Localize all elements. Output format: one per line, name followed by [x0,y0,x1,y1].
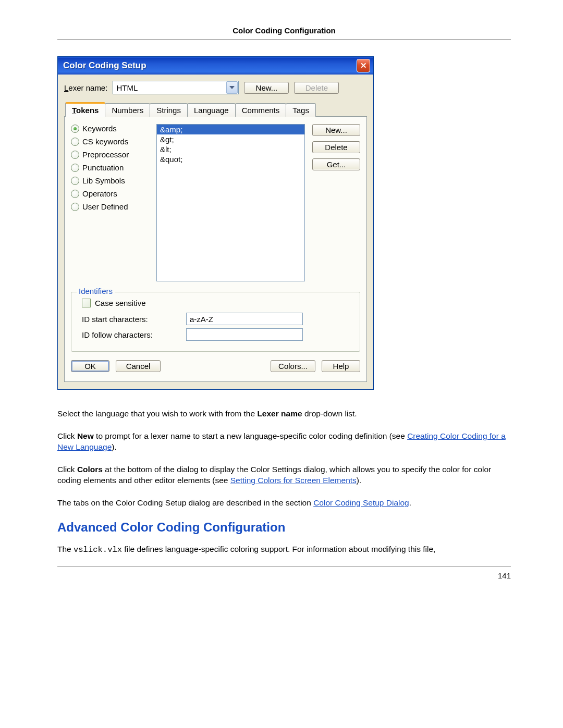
radio-punctuation[interactable]: Punctuation [71,163,149,172]
tokens-panel: Keywords CS keywords Preprocessor Punctu… [64,117,367,382]
link-setup-dialog[interactable]: Color Coding Setup Dialog [313,498,409,507]
dialog-title: Color Coding Setup [63,60,146,71]
chevron-down-icon[interactable] [226,81,238,94]
radio-operators[interactable]: Operators [71,189,149,198]
new-token-button[interactable]: New... [312,124,360,136]
page-header: Color Coding Configuration [57,26,511,40]
close-icon[interactable]: ✕ [357,59,370,72]
id-start-input[interactable] [186,313,303,325]
list-item[interactable]: &lt; [157,144,304,154]
tab-numbers[interactable]: Numbers [105,103,150,117]
cancel-button[interactable]: Cancel [116,360,161,372]
list-item[interactable]: &amp; [157,125,304,134]
paragraph: The tabs on the Color Coding Setup dialo… [57,498,511,509]
paragraph: Click New to prompt for a lexer name to … [57,431,511,453]
identifiers-legend: Identifiers [77,287,115,295]
get-token-button[interactable]: Get... [312,158,360,170]
paragraph: Click Colors at the bottom of the dialog… [57,464,511,486]
tab-tokens[interactable]: Tokens [65,102,105,117]
list-item[interactable]: &gt; [157,134,304,144]
radio-preprocessor[interactable]: Preprocessor [71,150,149,159]
tab-comments[interactable]: Comments [235,103,287,117]
delete-token-button[interactable]: Delete [312,141,360,153]
id-follow-input[interactable] [186,328,303,341]
case-sensitive-checkbox[interactable]: Case sensitive [82,299,352,307]
lexer-name-input[interactable] [113,83,226,92]
lexer-name-combo[interactable] [113,81,239,94]
radio-keywords[interactable]: Keywords [71,124,149,133]
page-footer: 141 [57,566,511,580]
token-list[interactable]: &amp; &gt; &lt; &quot; [156,124,305,281]
link-setting-colors[interactable]: Setting Colors for Screen Elements [230,476,357,485]
colors-button[interactable]: Colors... [271,360,315,372]
lexer-name-label: Lexer name: [64,83,107,92]
list-item[interactable]: &quot; [157,154,304,164]
id-follow-label: ID follow characters: [82,330,176,339]
delete-lexer-button: Delete [294,82,339,94]
paragraph: The vslick.vlx file defines language-spe… [57,544,511,556]
radio-user-defined[interactable]: User Defined [71,202,149,211]
radio-lib-symbols[interactable]: Lib Symbols [71,176,149,185]
section-heading: Advanced Color Coding Configuration [57,520,511,535]
ok-button[interactable]: OK [71,360,109,372]
tab-strings[interactable]: Strings [150,103,188,117]
new-lexer-button[interactable]: New... [244,82,289,94]
radio-cs-keywords[interactable]: CS keywords [71,137,149,146]
paragraph: Select the language that you wish to wor… [57,409,511,419]
help-button[interactable]: Help [322,360,360,372]
tab-strip: Tokens Numbers Strings Language Comments… [64,102,367,117]
body-text: Select the language that you wish to wor… [57,409,511,555]
tab-language[interactable]: Language [187,103,236,117]
titlebar: Color Coding Setup ✕ [58,57,373,75]
identifiers-group: Identifiers Case sensitive ID start char… [71,292,360,352]
token-type-radios: Keywords CS keywords Preprocessor Punctu… [71,124,149,281]
color-coding-setup-dialog: Color Coding Setup ✕ Lexer name: New... … [57,56,374,390]
id-start-label: ID start characters: [82,315,176,324]
checkbox-icon[interactable] [82,299,91,307]
tab-tags[interactable]: Tags [286,103,316,117]
